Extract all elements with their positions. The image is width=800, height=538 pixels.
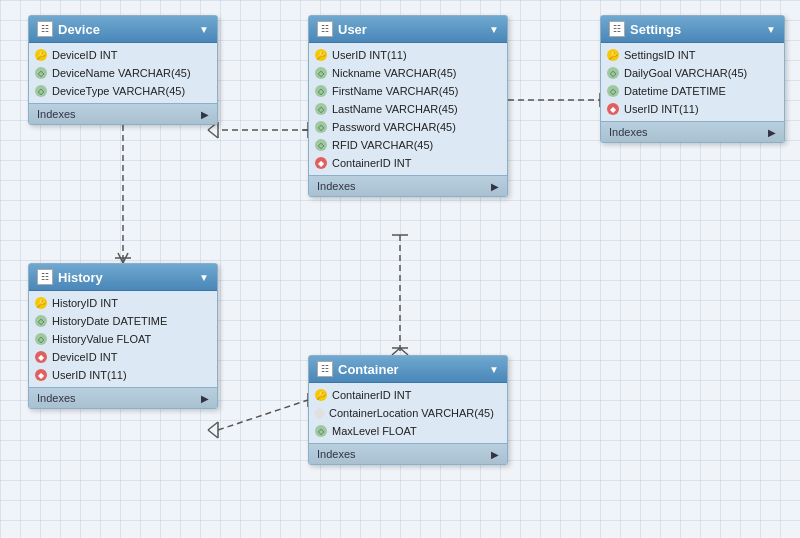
field-icon: ◇ [35,85,47,97]
table-row: ◇ Nickname VARCHAR(45) [309,64,507,82]
field-label: HistoryValue FLOAT [52,333,151,345]
device-table: ☷ Device ▼ 🔑 DeviceID INT ◇ DeviceName V… [28,15,218,125]
settings-table-icon: ☷ [609,21,625,37]
table-row: ◇ DailyGoal VARCHAR(45) [601,64,784,82]
indexes-label: Indexes [37,108,76,120]
field-label: SettingsID INT [624,49,696,61]
table-row: 🔑 UserID INT(11) [309,46,507,64]
field-label: UserID INT(11) [52,369,127,381]
user-header: ☷ User ▼ [309,16,507,43]
settings-indexes[interactable]: Indexes ▶ [601,121,784,142]
field-label: FirstName VARCHAR(45) [332,85,458,97]
container-table-body: 🔑 ContainerID INT ContainerLocation VARC… [309,383,507,443]
device-table-body: 🔑 DeviceID INT ◇ DeviceName VARCHAR(45) … [29,43,217,103]
indexes-arrow: ▶ [201,109,209,120]
container-table-name: Container [338,362,484,377]
fk-icon: ◆ [607,103,619,115]
field-icon: ◇ [315,139,327,151]
indexes-arrow: ▶ [491,181,499,192]
field-icon: ◇ [35,315,47,327]
container-header: ☷ Container ▼ [309,356,507,383]
field-icon: ◇ [35,67,47,79]
field-icon: ◇ [315,121,327,133]
indexes-arrow: ▶ [768,127,776,138]
device-table-icon: ☷ [37,21,53,37]
field-label: Nickname VARCHAR(45) [332,67,457,79]
field-label: ContainerID INT [332,389,411,401]
svg-line-23 [208,422,218,430]
field-icon: ◇ [607,67,619,79]
field-label: MaxLevel FLOAT [332,425,417,437]
history-table-arrow: ▼ [199,272,209,283]
indexes-label: Indexes [317,180,356,192]
container-indexes[interactable]: Indexes ▶ [309,443,507,464]
svg-line-19 [392,348,400,355]
pk-icon: 🔑 [315,389,327,401]
history-indexes[interactable]: Indexes ▶ [29,387,217,408]
field-label: Password VARCHAR(45) [332,121,456,133]
container-table-arrow: ▼ [489,364,499,375]
svg-line-21 [218,400,308,430]
field-label: ContainerLocation VARCHAR(45) [329,407,494,419]
table-row: 🔑 ContainerID INT [309,386,507,404]
table-row: ◇ HistoryDate DATETIME [29,312,217,330]
device-header: ☷ Device ▼ [29,16,217,43]
pk-icon: 🔑 [607,49,619,61]
field-icon: ◇ [315,67,327,79]
field-label: UserID INT(11) [332,49,407,61]
indexes-label: Indexes [317,448,356,460]
history-table: ☷ History ▼ 🔑 HistoryID INT ◇ HistoryDat… [28,263,218,409]
table-row: ◇ FirstName VARCHAR(45) [309,82,507,100]
table-row: ◆ UserID INT(11) [29,366,217,384]
history-header: ☷ History ▼ [29,264,217,291]
field-label: ContainerID INT [332,157,411,169]
indexes-label: Indexes [609,126,648,138]
user-indexes[interactable]: Indexes ▶ [309,175,507,196]
table-row: ◇ HistoryValue FLOAT [29,330,217,348]
pk-icon: 🔑 [315,49,327,61]
user-table-name: User [338,22,484,37]
svg-line-20 [400,348,408,355]
field-label: HistoryID INT [52,297,118,309]
user-table: ☷ User ▼ 🔑 UserID INT(11) ◇ Nickname VAR… [308,15,508,197]
device-indexes[interactable]: Indexes ▶ [29,103,217,124]
settings-table: ☷ Settings ▼ 🔑 SettingsID INT ◇ DailyGoa… [600,15,785,143]
table-row: ◆ DeviceID INT [29,348,217,366]
fk-icon: ◆ [35,369,47,381]
field-icon: ◇ [315,103,327,115]
user-table-icon: ☷ [317,21,333,37]
table-row: 🔑 DeviceID INT [29,46,217,64]
indexes-label: Indexes [37,392,76,404]
history-table-name: History [58,270,194,285]
table-row: ◇ Password VARCHAR(45) [309,118,507,136]
user-table-body: 🔑 UserID INT(11) ◇ Nickname VARCHAR(45) … [309,43,507,175]
field-label: DeviceType VARCHAR(45) [52,85,185,97]
field-label: LastName VARCHAR(45) [332,103,458,115]
table-row: ◇ DeviceName VARCHAR(45) [29,64,217,82]
table-row: ◇ LastName VARCHAR(45) [309,100,507,118]
settings-table-name: Settings [630,22,761,37]
field-label: DeviceID INT [52,49,117,61]
device-table-arrow: ▼ [199,24,209,35]
field-label: DeviceName VARCHAR(45) [52,67,191,79]
device-table-name: Device [58,22,194,37]
field-label: RFID VARCHAR(45) [332,139,433,151]
indexes-arrow: ▶ [491,449,499,460]
svg-line-2 [118,253,123,263]
table-row: ◆ UserID INT(11) [601,100,784,118]
field-icon: ◇ [315,425,327,437]
field-icon: ◇ [607,85,619,97]
svg-line-8 [208,130,218,138]
diamond-icon [313,407,326,420]
fk-icon: ◆ [35,351,47,363]
history-table-icon: ☷ [37,269,53,285]
table-row: ◇ MaxLevel FLOAT [309,422,507,440]
user-table-arrow: ▼ [489,24,499,35]
fk-icon: ◆ [315,157,327,169]
table-row: ContainerLocation VARCHAR(45) [309,404,507,422]
field-icon: ◇ [315,85,327,97]
settings-table-arrow: ▼ [766,24,776,35]
svg-line-24 [208,430,218,438]
table-row: 🔑 SettingsID INT [601,46,784,64]
field-label: Datetime DATETIME [624,85,726,97]
